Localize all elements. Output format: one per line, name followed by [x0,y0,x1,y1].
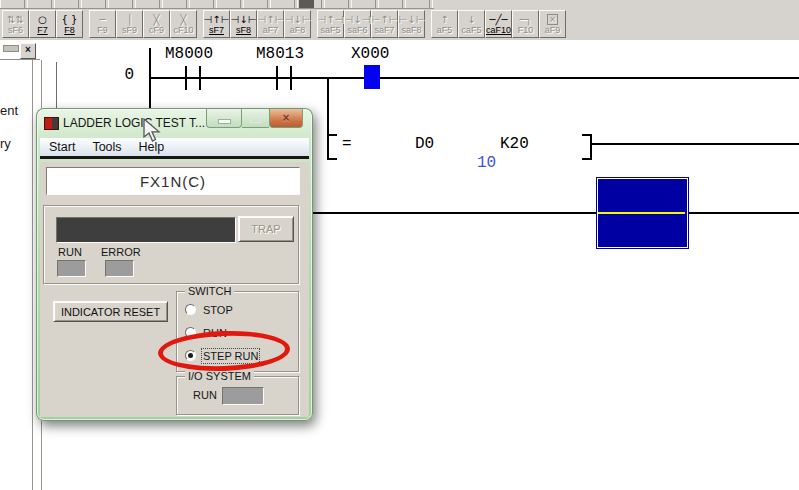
ladder-symbol-icon: ╳ [153,14,159,25]
toolbar-button[interactable]: ⊣↓⊢ aF8 [284,10,311,38]
function-key-label: F10 [518,25,534,35]
function-key-label: F8 [64,25,75,35]
toolbar-button[interactable]: │ sF9 [116,10,143,38]
ladder-symbol-icon: ⊢↓⊢ [399,14,425,25]
function-key-label: aF7 [263,25,279,35]
toolbar-button[interactable]: ⊢↑⊢ saF7 [371,10,398,38]
compare-output-line [590,143,799,145]
toolbar-button[interactable]: ─ F9 [89,10,116,38]
toolbar-button[interactable]: ⊣↓⊢ sF8 [230,10,257,38]
toolbar-button[interactable]: ⊢↓⊢ saF8 [398,10,425,38]
contact-symbol[interactable] [185,66,187,90]
toolbar-button[interactable]: × aF9 [539,10,566,38]
plc-type-display: FX1N(C) [46,167,300,195]
contact-symbol[interactable] [276,66,278,90]
contact-symbol[interactable] [290,66,292,90]
function-key-label: sF6 [8,25,23,35]
compare-operand[interactable]: K20 [500,135,529,153]
function-key-label: saF7 [374,25,394,35]
ladder-symbol-icon: ⊣↓⊢ [285,14,311,25]
toolbar-button[interactable]: ─┐ F10 [512,10,539,38]
minimize-icon [218,119,231,124]
toolbar-button[interactable]: ╳ cF10 [170,10,197,38]
function-key-label: saF8 [401,25,421,35]
run-led-label: RUN [58,246,82,258]
gx-developer-screen: ⇅⇅ sF6 ○ F7 { } F8 ─ F9 [0,0,799,490]
ladder-symbol-icon: ↓ [467,14,475,25]
branch-line [327,77,329,136]
radio-option[interactable]: STOP [185,302,258,317]
toolbar-button[interactable]: { } F8 [56,10,83,38]
function-key-label: aF8 [290,25,306,35]
function-key-label: caF10 [486,25,511,35]
panel-divider [0,59,40,60]
run-led-indicator [57,260,86,277]
close-icon[interactable]: × [20,43,36,59]
toolbar-button[interactable]: ⊣↓⊣ saF6 [344,10,371,38]
ladder-symbol-icon: │ [126,14,132,25]
io-run-label: RUN [193,389,217,401]
toolbar-button[interactable]: ⊣↑⊣ saF5 [317,10,344,38]
ladder-symbol-icon: ○ [38,14,47,25]
toolbar-button[interactable]: ╳ cF9 [143,10,170,38]
ladder-symbol-icon: ⊢↑⊢ [372,14,398,25]
ladder-symbol-icon: ⇅⇅ [7,14,24,25]
project-tree-text-fragment: ent [0,103,18,118]
ladder-symbol-icon: ⊣↓⊣ [345,14,371,25]
toolbar-button[interactable]: ⇅⇅ sF6 [2,10,29,38]
error-led-indicator [105,260,134,277]
function-key-label: F7 [37,25,48,35]
function-key-label: sF9 [122,25,137,35]
menu-item[interactable]: Start [49,140,75,154]
ladder-symbol-icon: ⊣↓⊢ [231,14,257,25]
ladder-symbol-icon: ─ [99,14,105,25]
ladder-logic-test-tool-dialog[interactable]: LADDER LOGIC TEST T... × Start Tools Hel… [36,108,313,421]
ladder-symbol-icon: ⊣↑⊢ [204,14,230,25]
io-run-indicator [222,387,264,405]
mouse-cursor-icon [143,118,165,144]
toolbar-button[interactable]: ↓ caF5 [458,10,485,38]
ladder-symbol-icon: ─┐ [519,14,531,25]
indicator-reset-button[interactable]: INDICATOR RESET [53,301,168,322]
contact-symbol[interactable] [199,66,201,90]
toolbar-button[interactable]: ─╱─ caF10 [485,10,512,38]
energized-contact-indicator[interactable] [364,65,380,89]
ladder-symbol-icon: ╳ [180,14,186,25]
dialog-title: LADDER LOGIC TEST T... [63,116,205,130]
toolbar-button[interactable]: ↑ aF5 [431,10,458,38]
ladder-symbol-icon: ⊣↑⊢ [258,14,284,25]
cursor-rung-segment [598,212,685,214]
toolbar-button[interactable]: ⊣↑⊢ aF7 [257,10,284,38]
function-key-label: sF8 [236,25,251,35]
minimize-button[interactable] [206,109,242,128]
ladder-symbol-toolbar: ⇅⇅ sF6 ○ F7 { } F8 ─ F9 [0,0,799,40]
toolbar-pressed-stub [299,0,314,8]
app-icon [44,117,59,130]
function-key-label: cF9 [149,25,164,35]
status-frame: TRAP RUN ERROR [43,205,299,284]
ladder-symbol-icon: ─╱─ [489,14,507,25]
function-key-label: saF6 [347,25,367,35]
toolbar-button[interactable]: ⊣↑⊢ sF7 [203,10,230,38]
compare-operand[interactable]: D0 [415,135,434,153]
contact-label: M8000 [165,45,213,63]
switch-group-label: SWITCH [185,285,234,297]
radio-icon[interactable] [185,304,196,315]
io-system-group: I/O SYSTEM RUN [176,376,299,415]
function-key-label: cF10 [173,25,193,35]
step-number: 0 [108,66,134,84]
ladder-symbol-icon: ⊣↑⊣ [318,14,344,25]
monitor-value: 10 [477,154,496,172]
maximize-icon [250,113,261,123]
close-icon: × [282,111,289,125]
close-button[interactable]: × [269,109,303,128]
trap-button[interactable]: TRAP [238,216,294,242]
io-system-group-label: I/O SYSTEM [185,370,254,382]
compare-close-bracket [582,134,592,160]
project-tree-text-fragment: ry [0,136,11,151]
toolbar-button[interactable]: ○ F7 [29,10,56,38]
menu-item[interactable]: Tools [92,140,121,154]
maximize-button[interactable] [242,109,269,128]
ladder-symbol-icon: × [547,14,558,25]
dialog-body: FX1N(C) TRAP RUN ERROR INDICATOR RESET S… [40,162,309,417]
